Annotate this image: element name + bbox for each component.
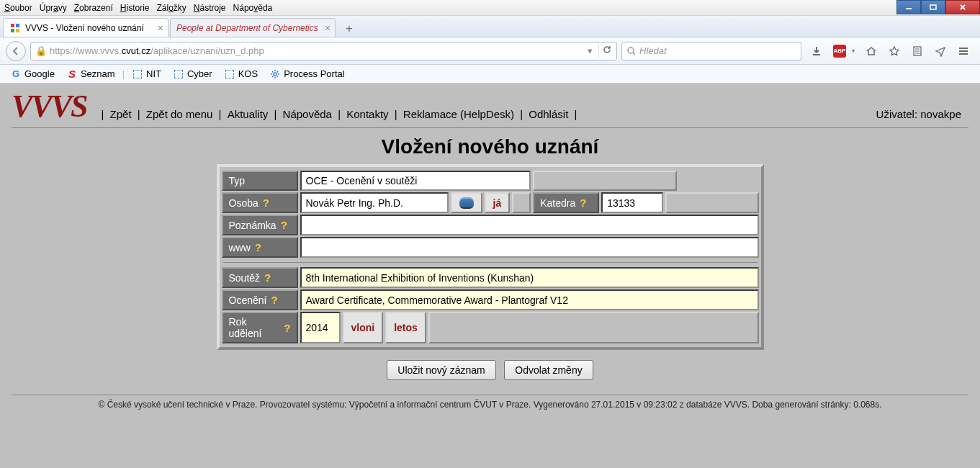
tab-close-icon[interactable]: × <box>325 22 331 34</box>
page-footer: © České vysoké učení technické v Praze. … <box>12 395 968 410</box>
nav-napoveda[interactable]: Nápověda <box>280 108 335 120</box>
bookmark-nit[interactable]: NIT <box>127 67 166 81</box>
help-icon[interactable]: ? <box>263 197 269 209</box>
bookmark-google[interactable]: GGoogle <box>6 67 59 81</box>
back-button[interactable] <box>6 41 26 61</box>
bookmark-process-portal[interactable]: Process Portal <box>265 67 349 81</box>
google-icon: G <box>10 68 22 80</box>
svg-point-17 <box>274 73 277 76</box>
svg-rect-1 <box>930 5 936 9</box>
label-katedra: Katedra? <box>533 192 599 213</box>
page-title: Vložení nového uznání <box>0 135 980 158</box>
lookup-person-button[interactable] <box>451 192 482 213</box>
nav-zpet-menu[interactable]: Zpět do menu <box>143 108 216 120</box>
database-icon <box>459 199 474 207</box>
user-info: Uživatel: novakpe <box>876 108 968 125</box>
menu-napoveda[interactable]: Nápověda <box>233 3 273 13</box>
label-osoba: Osoba? <box>222 192 298 213</box>
bookmark-seznam[interactable]: SSeznam <box>62 67 120 81</box>
menu-soubor[interactable]: Soubor <box>4 3 32 13</box>
field-rok[interactable] <box>300 312 341 343</box>
field-katedra[interactable] <box>601 192 663 213</box>
reload-button[interactable] <box>598 45 612 57</box>
svg-rect-7 <box>16 29 19 32</box>
field-soutez[interactable] <box>300 267 759 288</box>
browser-tab-strip: VVVS - Vložení nového uznání × People at… <box>0 16 980 37</box>
nav-aktuality[interactable]: Aktuality <box>225 108 271 120</box>
help-icon[interactable]: ? <box>580 197 586 209</box>
window-maximize-button[interactable] <box>921 0 945 14</box>
nav-kontakty[interactable]: Kontakty <box>343 108 391 120</box>
label-soutez: Soutěž? <box>222 267 298 288</box>
svg-line-9 <box>633 53 635 55</box>
menu-nastroje[interactable]: Nástroje <box>194 3 226 13</box>
ja-button[interactable]: já <box>485 192 511 213</box>
field-poznamka[interactable] <box>300 215 759 235</box>
bookmark-kos[interactable]: KOS <box>220 67 262 81</box>
reading-list-icon[interactable] <box>911 45 924 58</box>
os-menubar[interactable]: Soubor Úpravy Zobrazení Historie Záložky… <box>0 0 980 16</box>
app-logo: VVVS <box>12 88 87 125</box>
window-close-button[interactable] <box>945 0 980 14</box>
search-placeholder: Hledat <box>639 45 667 56</box>
svg-rect-5 <box>16 24 19 27</box>
home-icon[interactable] <box>865 45 878 58</box>
abp-chevron-icon[interactable]: ▾ <box>852 48 855 54</box>
window-minimize-button[interactable] <box>896 0 921 14</box>
help-icon[interactable]: ? <box>281 219 287 231</box>
url-bar[interactable]: 🔒 https://www.vvvs.cvut.cz/aplikace/uzna… <box>30 42 617 60</box>
menu-zobrazeni[interactable]: Zobrazení <box>74 3 113 13</box>
page-viewport: VVVS | Zpět | Zpět do menu | Aktuality |… <box>0 84 980 468</box>
help-icon[interactable]: ? <box>264 271 271 284</box>
tab-close-icon[interactable]: × <box>158 22 163 34</box>
app-topnav: | Zpět | Zpět do menu | Aktuality | Nápo… <box>102 108 577 125</box>
form-panel: Typ OCE - Ocenění v soutěži Osoba? já Ka… <box>217 164 764 350</box>
menu-upravy[interactable]: Úpravy <box>40 3 67 13</box>
bookmark-cyber[interactable]: Cyber <box>168 67 217 81</box>
label-typ: Typ <box>222 171 298 191</box>
label-poznamka: Poznámka? <box>222 215 298 235</box>
svg-point-8 <box>628 48 634 53</box>
nav-odhlasit[interactable]: Odhlásit <box>526 108 571 120</box>
favicon-icon <box>9 22 21 34</box>
cancel-button[interactable]: Odvolat změny <box>504 360 593 380</box>
page-icon <box>173 68 184 80</box>
help-icon[interactable]: ? <box>255 241 261 253</box>
downloads-icon[interactable] <box>810 45 823 58</box>
abp-icon[interactable]: ABP <box>833 45 846 58</box>
field-typ: OCE - Ocenění v soutěži <box>300 171 531 191</box>
svg-rect-4 <box>11 24 14 27</box>
browser-tab-inactive[interactable]: People at Department of Cybernetics × <box>170 18 336 37</box>
menu-zalozky[interactable]: Záložky <box>156 3 186 13</box>
lock-icon: 🔒 <box>35 45 47 56</box>
seznam-icon: S <box>66 68 78 80</box>
gear-icon <box>269 68 281 80</box>
vloni-button[interactable]: vloni <box>343 312 384 343</box>
url-dropdown-icon[interactable]: ▾ <box>585 45 595 56</box>
browser-navbar: 🔒 https://www.vvvs.cvut.cz/aplikace/uzna… <box>0 37 980 65</box>
send-icon[interactable] <box>934 45 947 58</box>
search-icon <box>626 46 637 56</box>
menu-historie[interactable]: Historie <box>120 3 150 13</box>
search-bar[interactable]: Hledat <box>621 42 801 60</box>
tab-title: VVVS - Vložení nového uznání <box>25 23 144 33</box>
tab-title: People at Department of Cybernetics <box>176 23 318 33</box>
bookmark-star-icon[interactable] <box>888 45 901 58</box>
label-www: www? <box>222 237 298 258</box>
hamburger-menu-icon[interactable] <box>957 45 970 58</box>
help-icon[interactable]: ? <box>284 322 290 334</box>
new-tab-button[interactable]: + <box>340 21 359 37</box>
browser-tab-active[interactable]: VVVS - Vložení nového uznání × <box>3 18 168 37</box>
label-oceneni: Ocenění? <box>222 289 298 310</box>
field-oceneni[interactable] <box>300 289 759 310</box>
bookmarks-toolbar: GGoogle SSeznam | NIT Cyber KOS Process … <box>0 65 980 84</box>
save-button[interactable]: Uložit nový záznam <box>387 360 495 380</box>
letos-button[interactable]: letos <box>385 312 426 343</box>
help-icon[interactable]: ? <box>271 294 277 306</box>
field-osoba[interactable] <box>300 192 449 213</box>
nav-zpet[interactable]: Zpět <box>107 108 135 120</box>
page-icon <box>132 68 143 80</box>
page-icon <box>224 68 235 80</box>
field-www[interactable] <box>300 237 759 258</box>
nav-reklamace[interactable]: Reklamace (HelpDesk) <box>400 108 517 120</box>
